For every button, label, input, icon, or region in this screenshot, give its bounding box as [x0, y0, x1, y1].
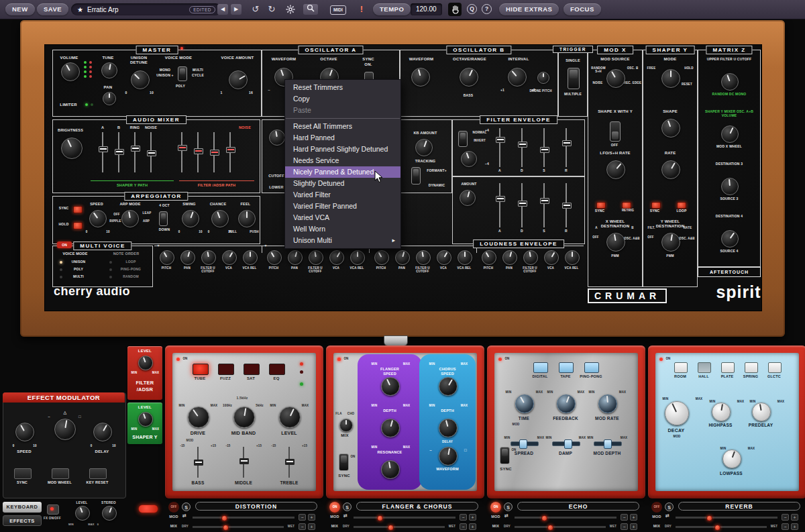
voice-3-knob[interactable] [458, 250, 472, 265]
em-button-mod-wheel[interactable] [52, 468, 69, 479]
minus-button[interactable]: − [782, 514, 789, 521]
chance-knob[interactable] [211, 210, 229, 227]
plus-button[interactable]: + [469, 523, 476, 530]
minus-button[interactable]: − [299, 523, 306, 530]
distortion-button-sat[interactable] [244, 364, 260, 375]
envelope-slider[interactable] [562, 128, 570, 167]
arp-hold-button[interactable] [73, 222, 83, 229]
plus-button[interactable]: + [791, 514, 798, 521]
mod-source-knob[interactable] [606, 69, 625, 88]
stereo-width-knob[interactable] [102, 506, 117, 521]
mix-slider[interactable] [193, 526, 284, 528]
voice-2-knob[interactable] [350, 250, 365, 265]
minus-button[interactable]: − [782, 523, 789, 530]
envelope-slider[interactable] [496, 183, 504, 227]
filter-cutoff-knob[interactable] [269, 129, 285, 146]
x-wheel-knob[interactable] [606, 233, 625, 252]
tempo-button[interactable]: TEMPO [373, 3, 411, 15]
matrix-knob-4[interactable] [721, 230, 739, 248]
distortion-button-fuzz[interactable] [218, 364, 234, 375]
echo-button-ping-pong[interactable] [584, 362, 599, 373]
unison-detune-knob[interactable] [131, 70, 150, 89]
distortion-button-tube[interactable] [193, 364, 209, 375]
envelope-slider[interactable] [540, 128, 548, 167]
flanger-sync-switch[interactable] [339, 454, 349, 471]
matrix-knob-2[interactable] [721, 125, 739, 143]
filter-env-amount-knob[interactable] [461, 151, 477, 167]
menu-item-varied-vca[interactable]: Varied VCA [285, 212, 400, 223]
eq-slider[interactable] [194, 447, 202, 478]
envelope-slider[interactable] [518, 183, 526, 227]
solo-button[interactable]: S [504, 502, 513, 511]
mix-slider[interactable] [676, 526, 767, 528]
mod-slider[interactable] [676, 517, 777, 519]
mixer-slider[interactable] [194, 132, 202, 172]
menu-item-hard-panned-slightly-detuned[interactable]: Hard Panned Slightly Detuned [285, 144, 400, 155]
voice-4-knob[interactable] [482, 250, 496, 265]
em-button-key-reset[interactable] [89, 468, 107, 479]
mod-slider-thumb[interactable] [221, 515, 227, 521]
shaper-rate-knob[interactable] [661, 160, 680, 179]
menu-item-hard-panned[interactable]: Hard Panned [285, 132, 400, 144]
matrix-knob-1[interactable] [721, 73, 739, 91]
voice-1-knob[interactable] [222, 250, 237, 265]
effects-button[interactable]: EFFECTS [3, 515, 42, 526]
plus-button[interactable]: + [630, 514, 637, 521]
voice-3-knob[interactable] [416, 250, 431, 265]
prev-preset-button[interactable]: ◀ [217, 4, 228, 15]
voice-4-knob[interactable] [523, 250, 538, 265]
eq-slider[interactable] [285, 447, 293, 478]
redo-icon[interactable]: ↻ [266, 3, 278, 15]
help-icon[interactable]: ? [482, 4, 492, 14]
brightness-knob[interactable] [61, 138, 83, 159]
plus-button[interactable]: + [469, 514, 476, 521]
echo-knob[interactable] [515, 394, 534, 413]
envelope-slider[interactable] [562, 183, 570, 227]
loudness-amount-knob[interactable] [460, 190, 476, 206]
distortion-knob[interactable] [188, 407, 209, 428]
minus-button[interactable]: − [460, 523, 467, 530]
menu-item-reset-trimmers[interactable]: Reset Trimmers [285, 82, 400, 93]
mixer-slider[interactable] [226, 132, 234, 172]
echo-knob[interactable] [598, 394, 617, 413]
voice-4-knob[interactable] [544, 250, 559, 265]
mixer-slider[interactable] [178, 132, 186, 172]
hand-icon[interactable] [448, 3, 462, 16]
shaper-sync-button[interactable] [651, 202, 661, 209]
solo-button[interactable]: S [182, 502, 191, 511]
echo-fader[interactable] [552, 441, 580, 446]
mod-slider-thumb[interactable] [377, 515, 383, 521]
echo-button-tape[interactable] [559, 362, 574, 373]
mix-slider-thumb[interactable] [547, 525, 553, 531]
distortion-knob[interactable] [279, 407, 301, 428]
power-button[interactable]: OFF [651, 502, 662, 513]
new-button[interactable]: NEW [5, 3, 35, 15]
voice-2-knob[interactable] [309, 250, 323, 265]
mod-slider-thumb[interactable] [706, 515, 712, 521]
menu-item-reset-all-trimmers[interactable]: Reset All Trimmers [285, 121, 400, 132]
waveform-knob[interactable] [439, 447, 458, 466]
voice-2-knob[interactable] [288, 250, 303, 265]
menu-item-varied-filter-panned[interactable]: Varied Filter Panned [285, 201, 400, 212]
next-preset-button[interactable]: ▶ [231, 4, 241, 15]
alert-icon[interactable]: ! [356, 3, 368, 15]
mod-x-retrig-button[interactable] [622, 202, 631, 209]
matrix-knob-3[interactable] [721, 178, 739, 195]
voice-2-knob[interactable] [267, 250, 282, 265]
menu-item-needs-service[interactable]: Needs Service [285, 155, 400, 166]
osc-b-waveform-knob[interactable] [411, 68, 430, 87]
shape-x-switch[interactable] [610, 121, 621, 142]
voice-3-knob[interactable] [395, 250, 410, 265]
mixer-slider[interactable] [99, 132, 107, 172]
envelope-slider[interactable] [540, 183, 548, 227]
em-wave-shape-knob[interactable] [54, 419, 76, 440]
star-icon[interactable]: ★ [77, 6, 83, 13]
arp-speed-knob[interactable] [89, 210, 107, 227]
save-button[interactable]: SAVE [37, 3, 68, 15]
feel-knob[interactable] [238, 210, 256, 227]
echo-fader[interactable] [594, 441, 622, 446]
mix-slider[interactable] [515, 526, 606, 528]
power-button[interactable]: ON [490, 502, 501, 513]
distortion-button-eq[interactable] [269, 364, 285, 375]
lowpass-knob[interactable] [722, 449, 741, 468]
